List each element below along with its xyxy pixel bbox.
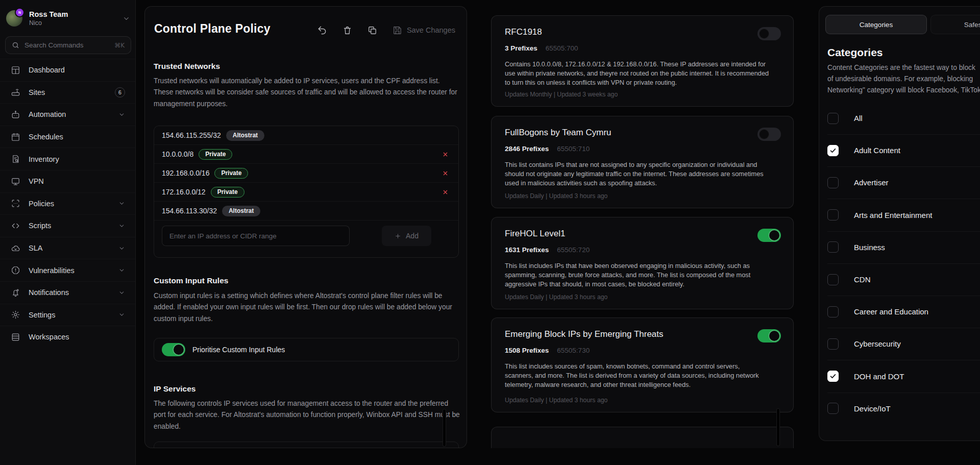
- category-row-cdn[interactable]: CDN: [827, 263, 980, 296]
- blocklist-prefix-count: 1631 Prefixes: [505, 246, 549, 254]
- category-checkbox[interactable]: [827, 113, 839, 124]
- chevron-down-icon: [118, 223, 125, 229]
- sidebar-item-automation[interactable]: Automation: [0, 103, 135, 126]
- category-label: Arts and Entertainment: [854, 211, 932, 219]
- sidebar-item-label: Workspaces: [29, 333, 69, 341]
- dashboard-icon: [11, 65, 20, 75]
- category-checkbox[interactable]: [827, 403, 839, 414]
- scrollbar-thumb[interactable]: [443, 409, 446, 447]
- category-label: Career and Education: [854, 307, 928, 316]
- blocklist-title: Emerging Block IPs by Emerging Threats: [505, 329, 664, 339]
- categories-heading: Categories: [827, 46, 883, 59]
- category-row-adult-content[interactable]: Adult Content: [827, 134, 980, 167]
- network-cidr: 192.168.0.0/16: [162, 169, 209, 177]
- trusted-network-row: 10.0.0.0/8 Private: [154, 145, 458, 164]
- sidebar-item-vpn[interactable]: VPN: [0, 170, 135, 192]
- delete-button[interactable]: [342, 26, 352, 35]
- blocklist-description: This list includes IPs that have been ob…: [505, 261, 769, 289]
- network-tag: Altostrat: [226, 130, 264, 141]
- blocklist-toggle[interactable]: [757, 229, 781, 242]
- custom-input-rules-description: Custom input rules is a setting which de…: [154, 290, 460, 325]
- category-row-cybersecurity[interactable]: Cybersecurity: [827, 328, 980, 360]
- category-checkbox[interactable]: [827, 371, 839, 382]
- category-row-business[interactable]: Business: [827, 231, 980, 264]
- category-row-all[interactable]: All: [827, 102, 980, 135]
- custom-input-rules-heading: Custom Input Rules: [154, 276, 228, 285]
- sidebar-item-settings[interactable]: Settings: [0, 304, 135, 326]
- blocklist-toggle[interactable]: [757, 329, 781, 342]
- schedules-icon: [11, 132, 20, 142]
- policies-icon: [11, 199, 20, 208]
- category-label: Adult Content: [854, 146, 900, 155]
- blocklist-toggle[interactable]: [757, 27, 781, 40]
- category-row-career-and-education[interactable]: Career and Education: [827, 296, 980, 328]
- search-placeholder: Search Commands: [24, 41, 84, 49]
- blocklist-community: 65505:700: [546, 44, 578, 52]
- blocklist-description: This list contains IPs that are not assi…: [505, 160, 769, 188]
- category-checkbox[interactable]: [827, 306, 839, 317]
- chevron-down-icon: [118, 311, 125, 318]
- category-row-device-iot[interactable]: Device/IoT: [827, 393, 980, 425]
- category-checkbox[interactable]: [827, 177, 839, 188]
- blocklist-update-info: Updates Daily | Updated 3 hours ago: [505, 192, 607, 200]
- trusted-networks-heading: Trusted Networks: [154, 62, 220, 71]
- ip-services-description: The following controls IP services used …: [154, 398, 460, 432]
- sites-count-badge: 6: [115, 87, 125, 97]
- category-row-doh-and-dot[interactable]: DOH and DOT: [827, 360, 980, 393]
- remove-network-button[interactable]: [443, 189, 448, 195]
- network-tag: Altostrat: [222, 206, 260, 216]
- blocklist-card-emerging-block-ips-by-emerging-threats: Emerging Block IPs by Emerging Threats 1…: [491, 317, 794, 412]
- search-icon: [12, 41, 19, 49]
- sidebar-item-label: Scripts: [29, 222, 51, 230]
- team-name: Ross Team: [29, 10, 68, 19]
- category-checkbox[interactable]: [827, 338, 839, 350]
- network-cidr: 172.16.0.0/12: [162, 188, 206, 196]
- prioritise-custom-input-rules-toggle[interactable]: [162, 343, 185, 356]
- category-row-arts-and-entertainment[interactable]: Arts and Entertainment: [827, 199, 980, 232]
- tab-categories[interactable]: Categories: [825, 15, 927, 34]
- plus-icon: [395, 233, 401, 239]
- blocklist-update-info: Updates Daily | Updated 3 hours ago: [505, 397, 607, 404]
- inventory-icon: [11, 154, 20, 164]
- sidebar-item-label: Sites: [29, 88, 45, 96]
- category-checkbox[interactable]: [827, 274, 839, 285]
- sidebar-item-policies[interactable]: Policies: [0, 192, 135, 215]
- sidebar-item-notifications[interactable]: Notifications: [0, 281, 135, 304]
- sidebar-item-schedules[interactable]: Schedules: [0, 126, 135, 148]
- sidebar-item-vulnerabilities[interactable]: Vulnerabilities: [0, 259, 135, 281]
- undo-button[interactable]: [317, 25, 327, 35]
- sidebar-item-scripts[interactable]: Scripts: [0, 214, 135, 237]
- team-switcher[interactable]: N Ross Team Nico: [6, 7, 130, 30]
- sidebar-nav: Dashboard Sites 6 Automation Schedules I…: [0, 59, 135, 348]
- add-button-label: Add: [406, 232, 419, 240]
- ip-services-table-partial: [154, 442, 459, 448]
- category-checkbox[interactable]: [827, 145, 839, 156]
- tab-safesearch[interactable]: Safesearch: [930, 15, 980, 34]
- category-label: DOH and DOT: [854, 372, 904, 381]
- scrollbar-thumb[interactable]: [776, 408, 780, 446]
- sidebar-item-sla[interactable]: SLA: [0, 237, 135, 259]
- category-checkbox[interactable]: [827, 209, 839, 221]
- sidebar-item-dashboard[interactable]: Dashboard: [0, 59, 135, 81]
- blocklist-toggle[interactable]: [757, 128, 781, 141]
- vpn-icon: [11, 177, 20, 186]
- add-network-button[interactable]: Add: [382, 226, 431, 246]
- sidebar-item-inventory[interactable]: Inventory: [0, 148, 135, 170]
- save-changes-button[interactable]: Save Changes: [393, 26, 455, 35]
- network-tag: Private: [199, 149, 232, 160]
- control-plane-policy-panel: Control Plane Policy Save Changes Truste…: [144, 6, 467, 448]
- categories-description-line: Networking" category will block Facebook…: [827, 86, 980, 94]
- sidebar-item-workspaces[interactable]: Workspaces: [0, 326, 135, 348]
- remove-network-button[interactable]: [443, 152, 448, 157]
- checkmark-icon: [829, 147, 837, 154]
- remove-network-button[interactable]: [443, 170, 448, 176]
- category-row-advertiser[interactable]: Advertiser: [827, 166, 980, 199]
- sidebar-item-sites[interactable]: Sites 6: [0, 81, 135, 104]
- cidr-input[interactable]: [162, 226, 350, 246]
- category-label: Advertiser: [854, 178, 889, 187]
- duplicate-button[interactable]: [368, 26, 377, 35]
- user-name: Nico: [29, 19, 68, 28]
- search-input[interactable]: Search Commands ⌘K: [5, 36, 131, 54]
- category-checkbox[interactable]: [827, 241, 839, 253]
- trusted-networks-list: 154.66.115.255/32 Altostrat 10.0.0.0/8 P…: [154, 126, 459, 258]
